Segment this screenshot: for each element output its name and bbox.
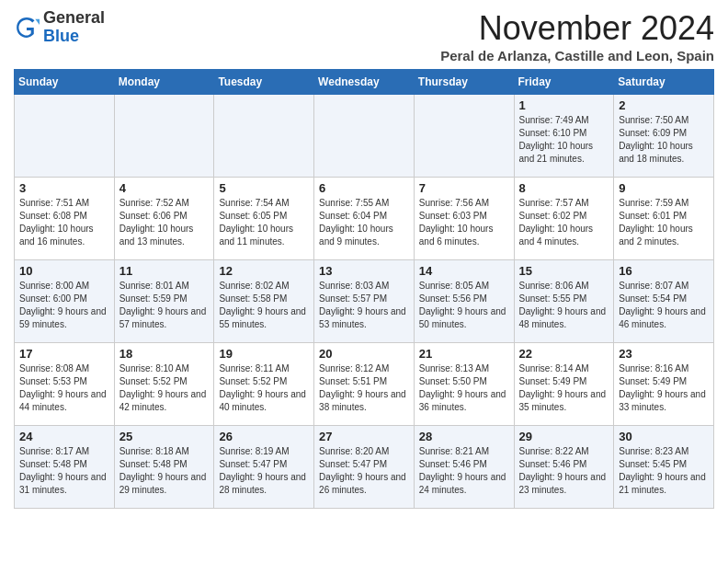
day-info: Sunrise: 8:00 AM Sunset: 6:00 PM Dayligh…	[19, 280, 109, 331]
header-day-thursday: Thursday	[414, 70, 514, 95]
calendar-table: SundayMondayTuesdayWednesdayThursdayFrid…	[14, 69, 714, 509]
day-number: 13	[319, 264, 409, 278]
calendar-cell: 24Sunrise: 8:17 AM Sunset: 5:48 PM Dayli…	[15, 426, 115, 509]
day-number: 12	[219, 264, 309, 278]
day-info: Sunrise: 8:07 AM Sunset: 5:54 PM Dayligh…	[619, 280, 709, 331]
day-number: 22	[519, 347, 609, 361]
week-row-2: 3Sunrise: 7:51 AM Sunset: 6:08 PM Daylig…	[15, 178, 714, 260]
calendar-cell: 19Sunrise: 8:11 AM Sunset: 5:52 PM Dayli…	[214, 343, 314, 426]
day-info: Sunrise: 7:57 AM Sunset: 6:02 PM Dayligh…	[519, 197, 609, 248]
day-info: Sunrise: 8:14 AM Sunset: 5:49 PM Dayligh…	[519, 362, 609, 414]
calendar-cell: 8Sunrise: 7:57 AM Sunset: 6:02 PM Daylig…	[514, 178, 614, 260]
day-number: 28	[419, 430, 509, 443]
day-info: Sunrise: 8:22 AM Sunset: 5:46 PM Dayligh…	[519, 445, 609, 497]
header-day-saturday: Saturday	[614, 70, 714, 95]
page-header: General Blue November 2024 Peral de Arla…	[14, 9, 714, 63]
location-subtitle: Peral de Arlanza, Castille and Leon, Spa…	[440, 48, 714, 63]
day-number: 14	[419, 264, 509, 278]
day-number: 20	[319, 347, 409, 361]
calendar-cell: 23Sunrise: 8:16 AM Sunset: 5:49 PM Dayli…	[614, 343, 714, 426]
logo-text: General Blue	[43, 9, 105, 46]
day-info: Sunrise: 7:52 AM Sunset: 6:06 PM Dayligh…	[119, 197, 210, 248]
calendar-cell: 18Sunrise: 8:10 AM Sunset: 5:52 PM Dayli…	[114, 343, 214, 426]
day-number: 2	[619, 98, 709, 112]
calendar-cell: 9Sunrise: 7:59 AM Sunset: 6:01 PM Daylig…	[614, 178, 714, 260]
calendar-cell: 26Sunrise: 8:19 AM Sunset: 5:47 PM Dayli…	[214, 426, 314, 509]
calendar-cell: 7Sunrise: 7:56 AM Sunset: 6:03 PM Daylig…	[414, 178, 514, 260]
day-number: 10	[19, 264, 109, 278]
calendar-cell: 2Sunrise: 7:50 AM Sunset: 6:09 PM Daylig…	[614, 95, 714, 178]
calendar-cell: 3Sunrise: 7:51 AM Sunset: 6:08 PM Daylig…	[15, 178, 115, 260]
day-number: 30	[619, 430, 709, 443]
calendar-cell	[15, 95, 115, 178]
day-info: Sunrise: 8:05 AM Sunset: 5:56 PM Dayligh…	[419, 280, 509, 331]
day-info: Sunrise: 8:02 AM Sunset: 5:58 PM Dayligh…	[219, 280, 309, 331]
calendar-cell	[414, 95, 514, 178]
day-number: 15	[519, 264, 609, 278]
day-info: Sunrise: 7:55 AM Sunset: 6:04 PM Dayligh…	[319, 197, 409, 248]
calendar-cell: 1Sunrise: 7:49 AM Sunset: 6:10 PM Daylig…	[514, 95, 614, 178]
day-number: 7	[419, 181, 509, 195]
day-number: 25	[119, 430, 210, 443]
day-number: 4	[119, 181, 210, 195]
calendar-cell: 28Sunrise: 8:21 AM Sunset: 5:46 PM Dayli…	[414, 426, 514, 509]
day-info: Sunrise: 8:16 AM Sunset: 5:49 PM Dayligh…	[619, 362, 709, 414]
calendar-body: 1Sunrise: 7:49 AM Sunset: 6:10 PM Daylig…	[15, 95, 714, 509]
week-row-1: 1Sunrise: 7:49 AM Sunset: 6:10 PM Daylig…	[15, 95, 714, 178]
day-info: Sunrise: 8:17 AM Sunset: 5:48 PM Dayligh…	[19, 445, 109, 497]
day-number: 29	[519, 430, 609, 443]
calendar-cell: 22Sunrise: 8:14 AM Sunset: 5:49 PM Dayli…	[514, 343, 614, 426]
calendar-cell: 11Sunrise: 8:01 AM Sunset: 5:59 PM Dayli…	[114, 260, 214, 343]
calendar-header: SundayMondayTuesdayWednesdayThursdayFrid…	[15, 70, 714, 95]
calendar-cell: 30Sunrise: 8:23 AM Sunset: 5:45 PM Dayli…	[614, 426, 714, 509]
day-info: Sunrise: 7:51 AM Sunset: 6:08 PM Dayligh…	[19, 197, 109, 248]
day-info: Sunrise: 8:01 AM Sunset: 5:59 PM Dayligh…	[119, 280, 210, 331]
calendar-cell: 10Sunrise: 8:00 AM Sunset: 6:00 PM Dayli…	[15, 260, 115, 343]
header-day-tuesday: Tuesday	[214, 70, 314, 95]
day-info: Sunrise: 8:03 AM Sunset: 5:57 PM Dayligh…	[319, 280, 409, 331]
calendar-cell: 29Sunrise: 8:22 AM Sunset: 5:46 PM Dayli…	[514, 426, 614, 509]
title-block: November 2024 Peral de Arlanza, Castille…	[440, 9, 714, 63]
day-info: Sunrise: 7:59 AM Sunset: 6:01 PM Dayligh…	[619, 197, 709, 248]
general-blue-icon	[14, 15, 40, 40]
day-number: 8	[519, 181, 609, 195]
calendar-cell	[114, 95, 214, 178]
day-info: Sunrise: 7:50 AM Sunset: 6:09 PM Dayligh…	[619, 114, 709, 166]
day-number: 24	[19, 430, 109, 443]
week-row-5: 24Sunrise: 8:17 AM Sunset: 5:48 PM Dayli…	[15, 426, 714, 509]
calendar-cell: 21Sunrise: 8:13 AM Sunset: 5:50 PM Dayli…	[414, 343, 514, 426]
day-info: Sunrise: 7:49 AM Sunset: 6:10 PM Dayligh…	[519, 114, 609, 166]
day-number: 5	[219, 181, 309, 195]
day-number: 18	[119, 347, 210, 361]
day-number: 6	[319, 181, 409, 195]
day-number: 23	[619, 347, 709, 361]
day-info: Sunrise: 8:10 AM Sunset: 5:52 PM Dayligh…	[119, 362, 210, 414]
day-number: 11	[119, 264, 210, 278]
day-info: Sunrise: 8:23 AM Sunset: 5:45 PM Dayligh…	[619, 445, 709, 497]
day-info: Sunrise: 8:21 AM Sunset: 5:46 PM Dayligh…	[419, 445, 509, 497]
calendar-cell: 16Sunrise: 8:07 AM Sunset: 5:54 PM Dayli…	[614, 260, 714, 343]
day-number: 19	[219, 347, 309, 361]
day-info: Sunrise: 8:18 AM Sunset: 5:48 PM Dayligh…	[119, 445, 210, 497]
day-number: 21	[419, 347, 509, 361]
day-info: Sunrise: 8:12 AM Sunset: 5:51 PM Dayligh…	[319, 362, 409, 414]
day-info: Sunrise: 8:06 AM Sunset: 5:55 PM Dayligh…	[519, 280, 609, 331]
calendar-cell: 13Sunrise: 8:03 AM Sunset: 5:57 PM Dayli…	[314, 260, 415, 343]
day-number: 1	[519, 98, 609, 112]
calendar-cell	[214, 95, 314, 178]
calendar-cell: 12Sunrise: 8:02 AM Sunset: 5:58 PM Dayli…	[214, 260, 314, 343]
day-info: Sunrise: 7:54 AM Sunset: 6:05 PM Dayligh…	[219, 197, 309, 248]
calendar-cell: 4Sunrise: 7:52 AM Sunset: 6:06 PM Daylig…	[114, 178, 214, 260]
day-number: 17	[19, 347, 109, 361]
day-info: Sunrise: 8:19 AM Sunset: 5:47 PM Dayligh…	[219, 445, 309, 497]
calendar-cell: 5Sunrise: 7:54 AM Sunset: 6:05 PM Daylig…	[214, 178, 314, 260]
calendar-cell: 15Sunrise: 8:06 AM Sunset: 5:55 PM Dayli…	[514, 260, 614, 343]
week-row-4: 17Sunrise: 8:08 AM Sunset: 5:53 PM Dayli…	[15, 343, 714, 426]
calendar-cell: 17Sunrise: 8:08 AM Sunset: 5:53 PM Dayli…	[15, 343, 115, 426]
day-number: 3	[19, 181, 109, 195]
day-info: Sunrise: 7:56 AM Sunset: 6:03 PM Dayligh…	[419, 197, 509, 248]
day-number: 26	[219, 430, 309, 443]
calendar-cell: 27Sunrise: 8:20 AM Sunset: 5:47 PM Dayli…	[314, 426, 415, 509]
header-day-monday: Monday	[114, 70, 214, 95]
header-day-wednesday: Wednesday	[314, 70, 415, 95]
